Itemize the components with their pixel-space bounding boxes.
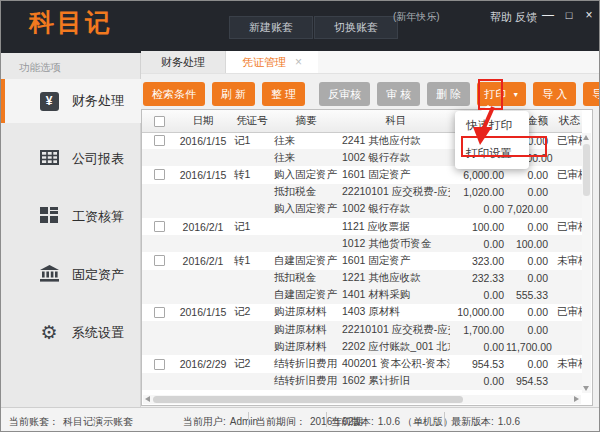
maximize-button[interactable]: □: [561, 7, 577, 23]
cell-subject: 1002 银行存款: [338, 202, 450, 216]
minimize-button[interactable]: —: [540, 7, 556, 23]
sidebar-item-label: 财务处理: [72, 92, 124, 110]
cell-summary: 自建固定资产: [270, 288, 338, 302]
col-header-subject: 科目: [338, 114, 450, 128]
print-dropdown-caret-icon[interactable]: ▼: [512, 91, 519, 98]
search-conditions-button[interactable]: 检索条件: [143, 82, 205, 106]
cell-summary: 购进原材料: [270, 340, 338, 354]
sidebar-item-2[interactable]: 公司报表: [1, 137, 141, 181]
cell-summary: 抵扣税金: [270, 185, 338, 199]
cell-debit-amount: 0.00: [450, 289, 506, 301]
statusbar-divider: [248, 412, 249, 427]
cell-debit-amount: 0.00: [450, 375, 506, 387]
sidebar-item-label: 固定资产: [72, 266, 124, 284]
statusbar-segment: 当前版本:1.0.6 （单机版）: [331, 415, 453, 429]
new-account-set-button[interactable]: 新建账套: [229, 16, 313, 39]
voucher-detail-row[interactable]: 购进原材料22210101 应交税费-应交增值税-进...1,700.000.0…: [142, 321, 582, 338]
close-button[interactable]: ×: [581, 7, 597, 23]
payroll-blocks-icon: [40, 207, 58, 227]
cell-status: 已审核: [550, 305, 582, 319]
settings-gear-icon: ⚙: [40, 323, 57, 343]
delete-button[interactable]: 删 除: [427, 82, 470, 106]
cell-subject: 2202 应付账款_001 北京王府井电器...: [338, 340, 450, 354]
status-bar: 当前账套：科目记演示账套当前用户:Admin当前期间：2016年02期当前版本:…: [1, 407, 599, 431]
cell-status: 已审核: [550, 220, 582, 234]
unaudit-button[interactable]: 反审核: [319, 82, 370, 106]
voucher-detail-row[interactable]: 抵扣税金22210101 应交税费-应交增值税-进...1,020.000.00: [142, 184, 582, 201]
cell-voucher-no: 记2: [230, 305, 270, 319]
scroll-up-icon[interactable]: [583, 135, 589, 140]
sidebar-item-3[interactable]: 工资核算: [1, 195, 141, 239]
cell-date: 2016/1/15: [176, 169, 230, 181]
cell-subject: 1602 累计折旧: [338, 374, 450, 388]
help-link[interactable]: 帮助: [490, 10, 512, 25]
statusbar-divider: [326, 412, 327, 427]
cell-summary: 购入固定资产: [270, 202, 338, 216]
audit-button[interactable]: 审 核: [377, 82, 420, 106]
organize-button[interactable]: 整 理: [262, 82, 305, 106]
tab-close-icon[interactable]: ×: [295, 55, 302, 69]
cell-date: 2016/2/29: [176, 358, 230, 370]
cell-voucher-no: 转1: [230, 254, 270, 268]
row-checkbox[interactable]: [154, 307, 165, 318]
cell-date: 2016/1/15: [176, 135, 230, 147]
voucher-row[interactable]: 2016/2/1记11121 应收票据100.000.00已审核: [142, 218, 582, 235]
switch-account-set-button[interactable]: 切换账套: [314, 16, 398, 39]
import-button[interactable]: 导 入: [533, 82, 576, 106]
finance-yuan-icon: ¥: [40, 92, 59, 111]
sidebar-header: 功能选项: [19, 61, 61, 75]
sidebar: 功能选项 ¥财务处理公司报表工资核算固定资产⚙系统设置: [1, 53, 141, 407]
voucher-row[interactable]: 2016/2/1转1自建固定资产1601 固定资产323.000.00未审核: [142, 252, 582, 269]
sidebar-item-5[interactable]: ⚙系统设置: [1, 311, 141, 355]
cell-voucher-no: 记1: [230, 220, 270, 234]
cell-status: 未审核: [550, 357, 582, 371]
tab-label: 财务处理: [161, 55, 205, 70]
voucher-detail-row[interactable]: 结转折旧费用1602 累计折旧0.00954.53: [142, 373, 582, 390]
tab-voucher-management[interactable]: 凭证管理 ×: [226, 51, 318, 73]
horizontal-scrollbar[interactable]: [143, 395, 581, 404]
cell-credit-amount: 7,020.00: [506, 203, 550, 215]
cell-debit-amount: 232.33: [450, 272, 506, 284]
sidebar-item-1[interactable]: ¥财务处理: [1, 79, 141, 123]
voucher-detail-row[interactable]: 自建固定资产1401 材料采购0.00555.33: [142, 287, 582, 304]
row-checkbox[interactable]: [154, 135, 165, 146]
feedback-link[interactable]: 反馈: [515, 10, 537, 25]
table-body: 2016/1/15记1往来2241 其他应付款0.00已审核往来1002 银行存…: [142, 132, 582, 394]
cell-debit-amount: 323.00: [450, 255, 506, 267]
statusbar-divider: [444, 412, 445, 427]
cell-credit-amount: 0.00: [506, 221, 550, 233]
cell-credit-amount: 0.00: [506, 306, 550, 318]
tab-label: 凭证管理: [242, 55, 286, 70]
voucher-detail-row[interactable]: 购入固定资产1002 银行存款0.007,020.00: [142, 201, 582, 218]
cell-status: 未审核: [550, 254, 582, 268]
export-button[interactable]: 导 出: [583, 82, 600, 106]
vertical-scrollbar[interactable]: [582, 133, 591, 393]
active-item-indicator: [1, 79, 5, 123]
row-checkbox[interactable]: [154, 359, 165, 370]
cell-debit-amount: 100.00: [450, 221, 506, 233]
row-checkbox[interactable]: [154, 221, 165, 232]
cell-subject: 1121 应收票据: [338, 220, 450, 234]
voucher-detail-row[interactable]: 抵扣税金1221 其他应收款232.330.00: [142, 270, 582, 287]
refresh-button[interactable]: 刷 新: [212, 82, 255, 106]
col-header-voucher: 凭证号: [230, 114, 270, 128]
cell-status: 已审核: [550, 168, 582, 182]
row-checkbox[interactable]: [154, 255, 165, 266]
voucher-detail-row[interactable]: 1012 其他货币资金0.00100.00: [142, 235, 582, 252]
tab-financial-processing[interactable]: 财务处理: [141, 51, 226, 73]
voucher-row[interactable]: 2016/2/29记2结转折旧费用400201 资本公积-资本溢价954.530…: [142, 355, 582, 372]
select-all-checkbox[interactable]: [154, 116, 165, 127]
report-table-icon: [40, 150, 59, 169]
sidebar-item-4[interactable]: 固定资产: [1, 253, 141, 297]
row-checkbox[interactable]: [154, 169, 165, 180]
app-window: 科目记 新建账套 切换账套 (新年快乐) 帮助 反馈 — □ × 功能选项 ¥财…: [0, 0, 600, 432]
horizontal-scroll-thumb[interactable]: [153, 396, 463, 403]
scroll-down-icon[interactable]: [583, 386, 589, 391]
scroll-right-icon[interactable]: [574, 396, 579, 402]
statusbar-segment: 当前账套：科目记演示账套: [9, 415, 133, 429]
voucher-detail-row[interactable]: 购进原材料2202 应付账款_001 北京王府井电器...0.0011,700.…: [142, 338, 582, 355]
voucher-row[interactable]: 2016/1/15记2购进原材料1403 原材料10,000.000.00已审核: [142, 304, 582, 321]
cell-voucher-no: 记2: [230, 357, 270, 371]
vertical-scroll-thumb[interactable]: [583, 144, 590, 196]
scroll-left-icon[interactable]: [145, 396, 150, 402]
